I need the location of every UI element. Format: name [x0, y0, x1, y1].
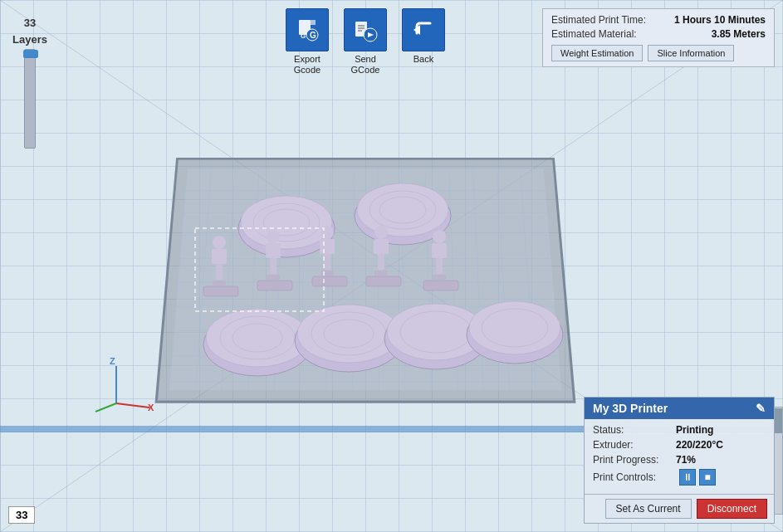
export-gcode-button[interactable]: G G Export Gcode — [282, 8, 332, 76]
set-as-current-button[interactable]: Set As Current — [605, 499, 692, 519]
toolbar: G G Export Gcode — [282, 8, 448, 76]
controls-row: Print Controls: ⏸ ■ — [593, 469, 766, 486]
export-gcode-label: Export Gcode — [294, 54, 321, 76]
layer-total-count: 33 — [24, 17, 36, 30]
progress-label: Print Progress: — [593, 454, 676, 466]
layer-slider-thumb[interactable] — [23, 50, 38, 58]
printer-body: Status: Printing Extruder: 220/220°C Pri… — [585, 419, 774, 494]
back-icon — [402, 8, 445, 51]
svg-text:Z: Z — [110, 358, 115, 366]
printer-header: My 3D Printer ✎ — [585, 398, 774, 419]
slice-information-button[interactable]: Slice Information — [648, 45, 734, 61]
weight-estimation-button[interactable]: Weight Estimation — [551, 45, 643, 61]
export-gcode-icon: G G — [286, 8, 329, 51]
stop-button[interactable]: ■ — [699, 469, 716, 486]
printer-edit-icon[interactable]: ✎ — [756, 402, 766, 415]
extruder-row: Extruder: 220/220°C — [593, 439, 766, 451]
printer-panel: My 3D Printer ✎ Status: Printing Extrude… — [584, 397, 775, 524]
3d-viewport: Z X 33 Layers 33 G G — [0, 0, 783, 532]
svg-line-56 — [116, 403, 149, 408]
svg-text:G: G — [310, 31, 316, 40]
info-buttons: Weight Estimation Slice Information — [551, 45, 766, 61]
svg-text:G: G — [301, 32, 306, 40]
progress-value: 71% — [676, 454, 696, 466]
send-gcode-label: Send GCode — [351, 54, 380, 76]
axis-indicator: Z X — [91, 358, 158, 416]
send-gcode-button[interactable]: Send GCode — [340, 8, 390, 76]
current-layer-value: 33 — [16, 509, 27, 521]
pause-button[interactable]: ⏸ — [679, 469, 696, 486]
back-label: Back — [414, 54, 433, 65]
material-label: Estimated Material: — [551, 28, 637, 40]
info-panel: Estimated Print Time: 1 Hours 10 Minutes… — [542, 8, 775, 67]
print-time-value: 1 Hours 10 Minutes — [674, 14, 766, 26]
layer-label: Layers — [12, 33, 47, 46]
disconnect-button[interactable]: Disconnect — [697, 499, 767, 519]
progress-row: Print Progress: 71% — [593, 454, 766, 466]
print-bed — [155, 158, 576, 403]
print-time-label: Estimated Print Time: — [551, 14, 646, 26]
svg-rect-61 — [311, 20, 316, 25]
print-bed-surface — [169, 168, 562, 390]
extruder-value: 220/220°C — [676, 439, 723, 451]
material-value: 3.85 Meters — [712, 28, 766, 40]
current-layer-display: 33 — [8, 506, 35, 524]
status-value: Printing — [676, 424, 713, 436]
printer-title: My 3D Printer — [593, 402, 668, 415]
scroll-thumb[interactable] — [774, 408, 782, 433]
layer-panel: 33 Layers — [12, 17, 47, 149]
status-row: Status: Printing — [593, 424, 766, 436]
back-button[interactable]: Back — [399, 8, 448, 65]
svg-text:X: X — [148, 403, 154, 412]
controls-label: Print Controls: — [593, 471, 676, 483]
svg-line-58 — [95, 403, 116, 412]
material-row: Estimated Material: 3.85 Meters — [551, 28, 766, 40]
layer-slider[interactable] — [24, 49, 36, 149]
printer-footer: Set As Current Disconnect — [585, 494, 774, 523]
status-label: Status: — [593, 424, 676, 436]
extruder-label: Extruder: — [593, 439, 676, 451]
print-time-row: Estimated Print Time: 1 Hours 10 Minutes — [551, 14, 766, 26]
send-gcode-icon — [344, 8, 387, 51]
